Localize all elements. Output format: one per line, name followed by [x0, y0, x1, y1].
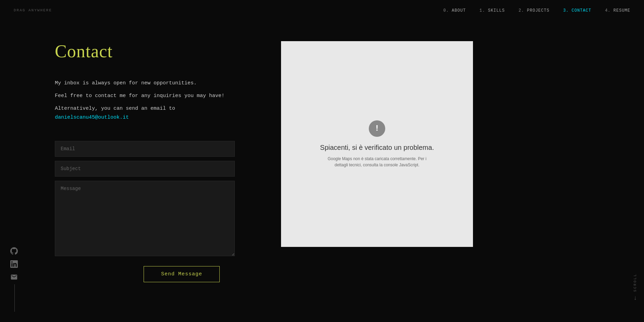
- intro-line1: My inbox is always open for new opportun…: [55, 79, 254, 88]
- nav-item-projects[interactable]: 2. PROJECTS: [519, 7, 549, 13]
- linkedin-link[interactable]: [10, 260, 18, 268]
- nav-links: 0. ABOUT 1. SKILLS 2. PROJECTS 3. CONTAC…: [443, 7, 630, 13]
- github-link[interactable]: [10, 247, 18, 255]
- email-input[interactable]: [55, 141, 235, 157]
- email-link[interactable]: danielscanu45@outlook.it: [55, 115, 254, 120]
- map-error-title: Spiacenti, si è verificato un problema.: [320, 144, 434, 152]
- nav-item-resume[interactable]: 4. RESUME: [605, 7, 630, 13]
- map-error-icon: !: [369, 120, 385, 137]
- subject-field-group: [55, 161, 254, 177]
- intro-line2: Feel free to contact me for any inquirie…: [55, 91, 254, 100]
- scroll-text: SCROLL: [633, 273, 637, 292]
- nav-item-contact[interactable]: 3. CONTACT: [563, 7, 591, 13]
- left-panel: Contact My inbox is always open for new …: [0, 27, 281, 322]
- map-container: ! Spiacenti, si è verificato un problema…: [281, 41, 473, 247]
- subject-input[interactable]: [55, 161, 235, 177]
- email-icon-link[interactable]: [10, 273, 18, 281]
- nav-item-skills[interactable]: 1. SKILLS: [479, 7, 505, 13]
- right-panel: ! Spiacenti, si è verificato un problema…: [281, 27, 644, 322]
- message-field-group: [55, 181, 254, 258]
- contact-form: Send Message: [55, 141, 254, 282]
- main-content: Contact My inbox is always open for new …: [0, 0, 644, 322]
- message-textarea[interactable]: [55, 181, 235, 256]
- intro-line3: Alternatively, you can send an email to: [55, 104, 254, 113]
- side-line: [14, 284, 15, 312]
- nav-item-about[interactable]: 0. ABOUT: [443, 7, 466, 13]
- social-icons: [10, 247, 18, 281]
- scroll-indicator: SCROLL ↓: [633, 273, 637, 301]
- send-button[interactable]: Send Message: [144, 266, 220, 282]
- page-title: Contact: [55, 41, 254, 61]
- navbar: DRAG ANYWHERE 0. ABOUT 1. SKILLS 2. PROJ…: [0, 0, 644, 20]
- drag-hint: DRAG ANYWHERE: [14, 8, 52, 12]
- email-field-group: [55, 141, 254, 157]
- scroll-arrow-icon: ↓: [633, 295, 637, 301]
- map-error-desc: Google Maps non è stata caricata corrett…: [326, 156, 428, 168]
